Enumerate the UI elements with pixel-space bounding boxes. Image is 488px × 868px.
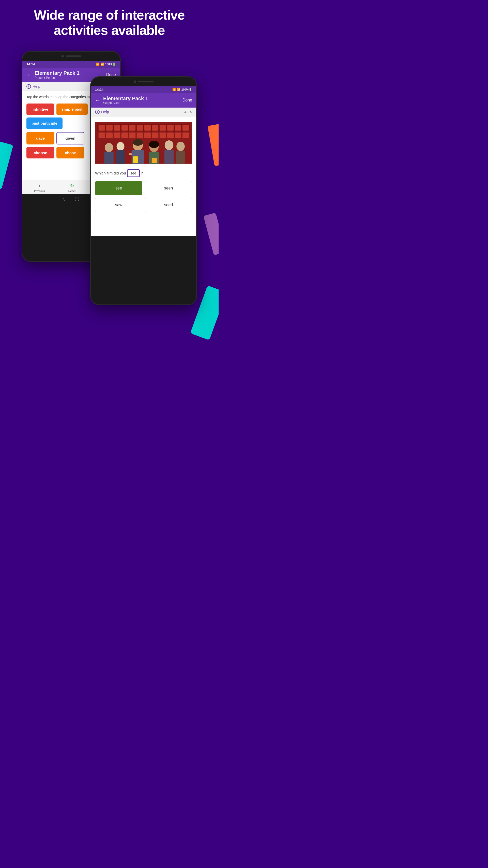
svg-rect-16 <box>114 132 120 138</box>
camera-front <box>134 81 136 83</box>
app-subtitle-back: Present Perfect <box>35 76 79 80</box>
word-chose[interactable]: chose <box>57 147 85 158</box>
previous-icon: ‹ <box>39 183 40 189</box>
svg-rect-29 <box>117 150 125 164</box>
svg-rect-21 <box>152 132 158 138</box>
status-icons-back: 📶 📶 100%🔋 <box>96 63 116 66</box>
svg-rect-37 <box>164 150 173 164</box>
svg-point-35 <box>149 141 159 148</box>
signal-icon: 📶 <box>101 63 104 66</box>
wifi-icon-front: 📶 <box>172 88 176 91</box>
svg-rect-41 <box>152 158 157 163</box>
svg-rect-8 <box>144 125 151 131</box>
back-arrow-back[interactable]: ← <box>26 71 32 78</box>
svg-rect-3 <box>106 125 112 131</box>
app-content-front: Which film did you see ? see seen saw se… <box>91 117 196 216</box>
nav-previous-label: Previous <box>34 189 45 192</box>
help-label-back[interactable]: Help <box>33 84 40 89</box>
svg-rect-27 <box>104 152 113 163</box>
word-choose[interactable]: choose <box>26 147 55 158</box>
nav-previous[interactable]: ‹ Previous <box>34 183 45 192</box>
status-time-front: 14:14 <box>95 88 103 92</box>
done-button-front[interactable]: Done <box>183 98 192 102</box>
svg-rect-6 <box>129 125 135 131</box>
reset-icon: ↻ <box>70 183 74 189</box>
battery-icon-front: 100%🔋 <box>182 88 192 91</box>
help-bar-front: i Help 3 / 20 <box>91 107 196 117</box>
category-past-participle[interactable]: past participle <box>26 118 63 129</box>
svg-rect-25 <box>183 132 189 138</box>
answer-seen[interactable]: seen <box>145 181 192 195</box>
svg-rect-9 <box>152 125 158 131</box>
answer-grid: see seen saw seed <box>95 181 192 212</box>
android-back-btn[interactable]: 〈 <box>63 196 65 201</box>
app-header-front: ← Elementary Pack 1 Simple Past Done <box>91 93 196 107</box>
status-bar-front: 14:14 📶 📶 100%🔋 <box>91 86 196 93</box>
nav-reset-label: Reset <box>68 189 76 192</box>
cinema-image <box>95 120 192 166</box>
svg-rect-10 <box>160 125 166 131</box>
phones-container: 14:14 📶 📶 100%🔋 ← Elementary Pack 1 Pres… <box>0 46 219 320</box>
fill-blank: see <box>127 169 140 177</box>
app-header-left-front: ← Elementary Pack 1 Simple Past <box>95 96 148 105</box>
svg-rect-20 <box>144 132 151 138</box>
phone-front: 14:14 📶 📶 100%🔋 ← Elementary Pack 1 Simp… <box>90 76 197 305</box>
help-label-front[interactable]: Help <box>101 110 109 114</box>
status-bar-back: 14:14 📶 📶 100%🔋 <box>22 61 120 68</box>
svg-rect-40 <box>133 156 138 162</box>
app-title-front: Elementary Pack 1 <box>103 96 148 101</box>
category-simple-past[interactable]: simple past <box>57 103 88 115</box>
camera-back <box>61 55 64 58</box>
word-given[interactable]: given <box>57 132 85 145</box>
page-title: Wide range of interactive activities ava… <box>0 0 219 43</box>
help-left-back: i Help <box>26 84 40 89</box>
app-title-back: Elementary Pack 1 <box>35 70 79 76</box>
app-subtitle-front: Simple Past <box>103 101 148 105</box>
speaker-front <box>138 81 154 83</box>
app-title-group-back: Elementary Pack 1 Present Perfect <box>35 70 79 80</box>
svg-point-26 <box>105 143 113 152</box>
svg-rect-39 <box>176 151 185 164</box>
signal-icon-front: 📶 <box>177 88 181 91</box>
category-infinitive[interactable]: infinitive <box>26 103 55 115</box>
svg-rect-13 <box>183 125 189 131</box>
svg-rect-2 <box>99 125 105 131</box>
svg-rect-5 <box>122 125 128 131</box>
phone-top-front <box>91 77 196 86</box>
svg-rect-24 <box>175 132 181 138</box>
svg-rect-14 <box>99 132 105 138</box>
word-gave[interactable]: gave <box>26 132 55 145</box>
speaker-back <box>66 56 81 57</box>
fill-sentence: Which film did you see ? <box>95 169 192 177</box>
svg-point-38 <box>176 142 185 151</box>
svg-rect-15 <box>106 132 112 138</box>
info-icon-front: i <box>95 110 100 114</box>
svg-rect-17 <box>122 132 128 138</box>
status-time-back: 14:14 <box>26 62 35 66</box>
svg-rect-42 <box>129 153 132 155</box>
back-arrow-front[interactable]: ← <box>95 97 101 103</box>
info-icon-back: i <box>26 84 31 89</box>
answer-see[interactable]: see <box>95 181 142 195</box>
svg-rect-12 <box>175 125 181 131</box>
svg-rect-7 <box>137 125 143 131</box>
app-header-left-back: ← Elementary Pack 1 Present Perfect <box>26 70 79 80</box>
answer-seed[interactable]: seed <box>145 198 192 212</box>
svg-rect-19 <box>137 132 143 138</box>
wifi-icon: 📶 <box>96 63 100 66</box>
answer-saw[interactable]: saw <box>95 198 142 212</box>
phone-top-back <box>22 52 120 61</box>
svg-rect-11 <box>167 125 173 131</box>
svg-rect-4 <box>114 125 120 131</box>
status-icons-front: 📶 📶 100%🔋 <box>172 88 192 91</box>
android-home-btn[interactable]: ◯ <box>75 196 79 201</box>
progress-front: 3 / 20 <box>184 110 192 114</box>
svg-rect-23 <box>167 132 173 138</box>
svg-point-36 <box>165 141 173 150</box>
svg-rect-22 <box>160 132 166 138</box>
app-title-group-front: Elementary Pack 1 Simple Past <box>103 96 148 105</box>
nav-reset[interactable]: ↻ Reset <box>68 183 76 192</box>
svg-point-32 <box>133 139 143 146</box>
fill-after: ? <box>141 170 143 176</box>
battery-icon: 100%🔋 <box>105 63 116 66</box>
